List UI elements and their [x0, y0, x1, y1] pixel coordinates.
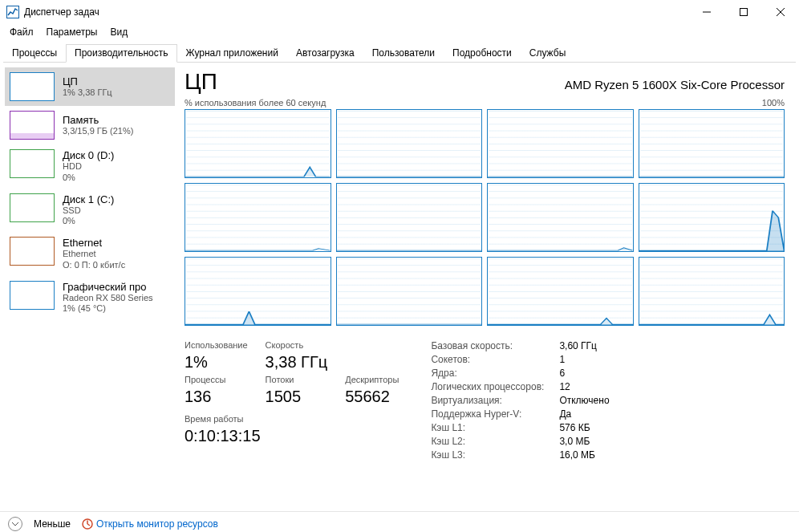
chart-caption: % использования более 60 секунд	[185, 98, 326, 108]
stats-left: Использование Скорость 1% 3,38 ГГц Проце…	[185, 340, 399, 461]
detail-title: ЦП	[185, 69, 217, 95]
cpu-core-chart-11	[639, 257, 785, 326]
menubar: Файл Параметры Вид	[0, 24, 799, 40]
svg-line-8	[87, 524, 90, 526]
tab-details[interactable]: Подробности	[444, 44, 521, 63]
cores-label: Ядра:	[431, 368, 559, 379]
cpu-core-chart-3	[639, 109, 785, 178]
l1-value: 576 КБ	[559, 422, 609, 433]
sidebar-gpu-sub2: 1% (45 °C)	[63, 303, 153, 315]
resmon-icon	[82, 518, 93, 530]
tabstrip: Процессы Производительность Журнал прило…	[3, 43, 796, 63]
cpu-core-chart-4	[185, 183, 331, 252]
sidebar-eth-name: Ethernet	[63, 237, 125, 249]
sidebar-disk0-name: Диск 0 (D:)	[63, 149, 114, 161]
disk1-thumb-icon	[10, 193, 55, 222]
collapse-icon[interactable]	[8, 517, 22, 531]
tab-apphistory[interactable]: Журнал приложений	[177, 44, 287, 63]
thread-value: 1505	[266, 388, 328, 406]
open-resmon-label: Открыть монитор ресурсов	[96, 518, 218, 530]
sockets-label: Сокетов:	[431, 354, 559, 365]
lp-label: Логических процессоров:	[431, 381, 559, 392]
tab-users[interactable]: Пользователи	[363, 44, 444, 63]
less-button[interactable]: Меньше	[34, 518, 71, 530]
cpu-thumb-icon	[10, 72, 55, 101]
proc-label: Процессы	[185, 375, 248, 384]
sidebar-item-disk1[interactable]: Диск 1 (C:) SSD 0%	[5, 189, 175, 233]
footer: Меньше Открыть монитор ресурсов	[0, 511, 799, 532]
ethernet-thumb-icon	[10, 237, 55, 266]
maximize-button[interactable]	[725, 0, 762, 24]
sidebar-memory-sub: 3,3/15,9 ГБ (21%)	[63, 126, 133, 137]
lp-value: 12	[559, 381, 609, 392]
cpu-core-chart-7	[639, 183, 785, 252]
sidebar-cpu-name: ЦП	[63, 75, 112, 87]
titlebar: Диспетчер задач	[0, 0, 799, 24]
stats-right: Базовая скорость:3,60 ГГц Сокетов:1 Ядра…	[431, 340, 609, 461]
sidebar-gpu-sub1: Radeon RX 580 Series	[63, 293, 153, 304]
base-label: Базовая скорость:	[431, 340, 559, 351]
stats: Использование Скорость 1% 3,38 ГГц Проце…	[185, 340, 785, 461]
sidebar-disk0-sub2: 0%	[63, 173, 114, 184]
cpu-core-chart-2	[487, 109, 634, 178]
menu-view[interactable]: Вид	[103, 25, 134, 39]
thread-label: Потоки	[266, 375, 328, 384]
virt-label: Виртуализация:	[431, 395, 559, 406]
cpu-core-chart-5	[336, 183, 483, 252]
util-value: 1%	[185, 353, 248, 372]
hv-value: Да	[559, 408, 609, 420]
sidebar-disk0-sub1: HDD	[63, 161, 114, 173]
sidebar-eth-sub1: Ethernet	[63, 249, 125, 260]
minimize-button[interactable]	[688, 0, 725, 24]
content: ЦП 1% 3,38 ГГц Память 3,3/15,9 ГБ (21%) …	[0, 63, 799, 511]
gpu-thumb-icon	[10, 281, 55, 310]
l1-label: Кэш L1:	[431, 422, 559, 433]
l2-label: Кэш L2:	[431, 436, 559, 447]
tab-services[interactable]: Службы	[521, 44, 574, 63]
cpu-core-chart-10	[487, 257, 634, 326]
handle-value: 55662	[345, 388, 399, 406]
svg-rect-1	[7, 6, 18, 18]
sidebar-disk1-name: Диск 1 (C:)	[63, 193, 114, 205]
speed-value: 3,38 ГГц	[266, 353, 328, 372]
sidebar-cpu-sub: 1% 3,38 ГГц	[63, 87, 112, 99]
processor-name: AMD Ryzen 5 1600X Six-Core Processor	[565, 78, 785, 91]
sidebar-item-disk0[interactable]: Диск 0 (D:) HDD 0%	[5, 144, 175, 189]
base-value: 3,60 ГГц	[559, 340, 609, 351]
proc-value: 136	[185, 388, 248, 406]
sidebar-item-cpu[interactable]: ЦП 1% 3,38 ГГц	[5, 67, 175, 106]
sidebar-item-gpu[interactable]: Графический про Radeon RX 580 Series 1% …	[5, 276, 175, 320]
svg-rect-3	[740, 9, 748, 16]
cores-value: 6	[559, 368, 609, 379]
sidebar-item-ethernet[interactable]: Ethernet Ethernet О: 0 П: 0 кбит/с	[5, 232, 175, 276]
sidebar-disk1-sub2: 0%	[63, 216, 114, 227]
menu-options[interactable]: Параметры	[40, 25, 104, 39]
window-title: Диспетчер задач	[24, 6, 99, 18]
tab-performance[interactable]: Производительность	[66, 44, 176, 63]
close-button[interactable]	[762, 0, 799, 24]
uptime-label: Время работы	[185, 414, 399, 424]
detail-pane: ЦП AMD Ryzen 5 1600X Six-Core Processor …	[175, 63, 799, 511]
cpu-core-chart-1	[336, 109, 483, 178]
sidebar-item-memory[interactable]: Память 3,3/15,9 ГБ (21%)	[5, 106, 175, 144]
cpu-core-chart-8	[185, 257, 331, 326]
tab-startup[interactable]: Автозагрузка	[287, 44, 363, 63]
virt-value: Отключено	[559, 395, 609, 406]
sidebar-memory-name: Память	[63, 114, 133, 126]
cpu-chart-grid	[185, 109, 785, 326]
speed-label: Скорость	[266, 340, 328, 350]
task-manager-icon	[6, 6, 19, 18]
open-resmon-link[interactable]: Открыть монитор ресурсов	[82, 518, 218, 530]
sidebar: ЦП 1% 3,38 ГГц Память 3,3/15,9 ГБ (21%) …	[0, 63, 175, 511]
cpu-core-chart-0	[185, 109, 331, 178]
menu-file[interactable]: Файл	[3, 25, 40, 39]
cpu-core-chart-9	[336, 257, 483, 326]
cpu-core-chart-6	[487, 183, 634, 252]
memory-thumb-icon	[10, 111, 55, 140]
sidebar-gpu-name: Графический про	[63, 281, 153, 293]
util-label: Использование	[185, 340, 248, 350]
l3-label: Кэш L3:	[431, 449, 559, 461]
uptime-value: 0:10:13:15	[185, 427, 399, 445]
tab-processes[interactable]: Процессы	[3, 44, 66, 63]
chart-max: 100%	[762, 98, 785, 108]
